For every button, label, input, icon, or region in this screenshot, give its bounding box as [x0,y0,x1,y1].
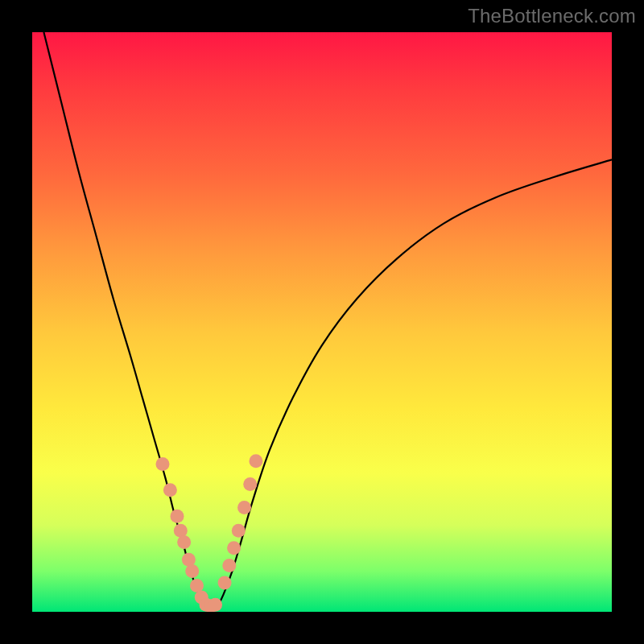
curve-layer [32,32,612,612]
right-curve [217,159,612,605]
highlighted-dots [156,454,263,612]
dot [249,454,262,468]
dot [243,477,257,491]
dot [177,535,191,549]
dot [182,553,196,567]
dot [237,501,251,514]
dot [208,598,222,612]
dot [218,576,232,590]
dot [174,524,188,538]
dot [227,541,241,555]
dot [232,524,246,538]
dot [185,564,199,578]
watermark-text: TheBottleneck.com [468,5,636,27]
dot [156,457,170,471]
dot [163,483,177,497]
dot [222,559,236,572]
dot [171,510,184,523]
plot-area [32,32,612,612]
chart-stage: TheBottleneck.com [0,0,644,644]
